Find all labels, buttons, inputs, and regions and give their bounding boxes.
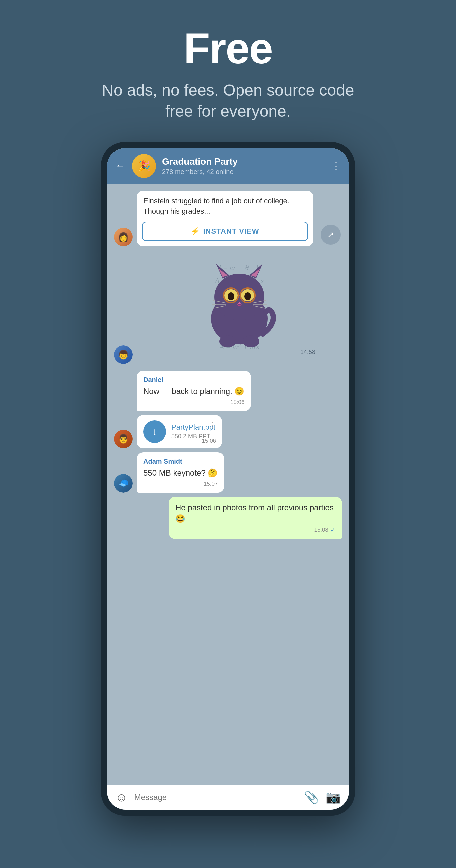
group-name: Graduation Party	[162, 156, 326, 167]
download-button[interactable]: ↓	[143, 420, 166, 443]
lightning-icon: ⚡	[191, 227, 200, 236]
text-bubble: Daniel Now — back to planning. 😉 15:06	[136, 371, 251, 411]
avatar: 👩	[114, 228, 132, 246]
article-text: Einstein struggled to find a job out of …	[136, 191, 313, 219]
svg-point-21	[243, 335, 260, 347]
file-row: 👨 ↓ PartyPlan.ppt 550.2 MB PPT ⋮ 15:06	[114, 415, 342, 448]
attach-button[interactable]: 📎	[304, 790, 319, 804]
sender-name: Daniel	[143, 376, 244, 383]
group-info: Graduation Party 278 members, 42 online	[162, 156, 326, 176]
text-bubble: He pasted in photos from all previous pa…	[169, 497, 342, 539]
message-row: 👩 Einstein struggled to find a job out o…	[114, 191, 342, 247]
sticker-time: 14:58	[300, 348, 315, 355]
group-members: 278 members, 42 online	[162, 168, 326, 176]
message-text: He pasted in photos from all previous pa…	[175, 502, 335, 524]
file-bubble: ↓ PartyPlan.ppt 550.2 MB PPT ⋮ 15:06	[136, 415, 222, 448]
share-icon: ↗	[328, 230, 334, 239]
avatar: 👨	[114, 430, 132, 448]
group-avatar: 🎉	[132, 154, 156, 178]
read-receipt-icon: ✓	[331, 526, 335, 534]
article-bubble: Einstein struggled to find a job out of …	[136, 191, 313, 247]
message-text: Now — back to planning. 😉	[143, 385, 244, 397]
avatar-emoji: 🧢	[118, 478, 128, 488]
text-bubble: Adam Smidt 550 MB keynote? 🤔 15:07	[136, 452, 224, 493]
hero-title: Free	[184, 27, 273, 70]
camera-button[interactable]: 📷	[326, 790, 341, 804]
input-right-icons: 📎 📷	[304, 790, 341, 804]
share-button[interactable]: ↗	[321, 225, 341, 245]
hero-section: Free No ads, no fees. Open source code f…	[0, 0, 456, 142]
input-area: ☺ 📎 📷	[107, 785, 349, 810]
outgoing-row: He pasted in photos from all previous pa…	[114, 497, 342, 539]
download-icon: ↓	[152, 426, 157, 437]
avatar: 👦	[114, 345, 132, 364]
message-text: 550 MB keynote? 🤔	[143, 467, 218, 479]
hero-subtitle: No ads, no fees. Open source code free f…	[94, 80, 362, 122]
phone-screen: ← 🎉 Graduation Party 278 members, 42 onl…	[107, 148, 349, 810]
avatar: 🧢	[114, 474, 132, 493]
message-time: 15:07	[143, 481, 218, 488]
file-menu-icon[interactable]: ⋮	[209, 420, 217, 430]
instant-view-label: INSTANT VIEW	[203, 227, 259, 236]
message-row: Daniel Now — back to planning. 😉 15:06	[114, 371, 342, 411]
message-input[interactable]	[134, 793, 298, 802]
emoji-button[interactable]: ☺	[115, 790, 127, 804]
more-options-icon[interactable]: ⋮	[332, 160, 341, 171]
file-time: 15:06	[202, 438, 216, 444]
avatar-emoji: 👩	[118, 232, 128, 242]
back-button[interactable]: ←	[115, 161, 124, 171]
svg-point-20	[219, 335, 236, 347]
sender-name: Adam Smidt	[143, 458, 218, 465]
phone-frame: ← 🎉 Graduation Party 278 members, 42 onl…	[101, 142, 355, 815]
message-time: 15:06	[143, 399, 244, 406]
sticker-row: 👦 l = πr θ h A = s V = l² P = 2πr	[114, 250, 342, 364]
chat-header: ← 🎉 Graduation Party 278 members, 42 onl…	[107, 148, 349, 184]
svg-point-8	[228, 292, 234, 301]
chat-area: 👩 Einstein struggled to find a job out o…	[107, 184, 349, 785]
cat-sticker	[193, 257, 286, 350]
message-time: 15:08 ✓	[175, 526, 335, 534]
group-avatar-emoji: 🎉	[138, 160, 150, 172]
sticker-area: l = πr θ h A = s V = l² P = 2πr A = πr² …	[136, 250, 342, 364]
avatar-emoji: 👦	[118, 349, 128, 360]
svg-point-9	[244, 292, 251, 301]
message-row: 🧢 Adam Smidt 550 MB keynote? 🤔 15:07	[114, 452, 342, 493]
avatar-emoji: 👨	[118, 434, 128, 444]
svg-point-1	[214, 274, 264, 320]
phone-container: ← 🎉 Graduation Party 278 members, 42 onl…	[101, 142, 355, 815]
instant-view-button[interactable]: ⚡ INSTANT VIEW	[142, 222, 308, 241]
time-value: 15:08	[314, 527, 329, 533]
